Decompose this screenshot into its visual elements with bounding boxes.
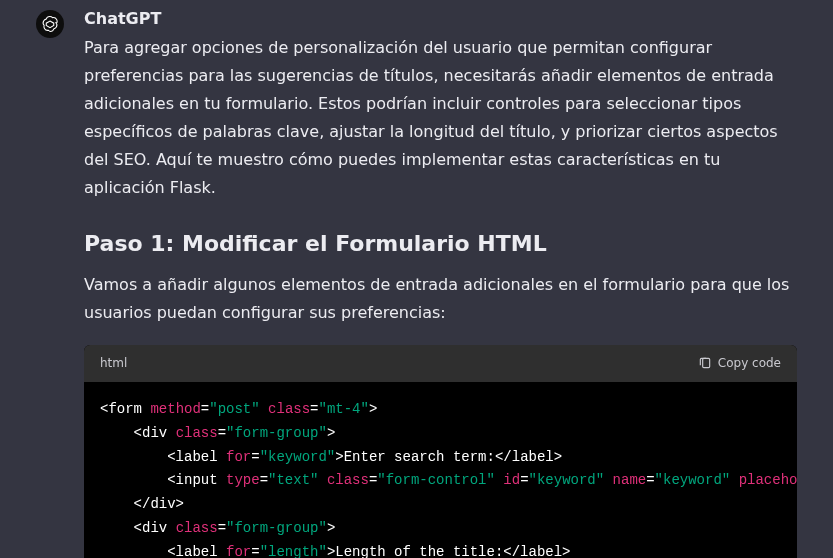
t: "post" (209, 401, 259, 417)
t: class (176, 520, 218, 536)
t: > (369, 401, 377, 417)
t: = (260, 472, 268, 488)
code-block: html Copy code <form method="post" class… (84, 345, 797, 558)
t: id (503, 472, 520, 488)
assistant-avatar (36, 10, 64, 38)
t: "form-group" (226, 520, 327, 536)
copy-code-label: Copy code (718, 353, 781, 374)
t: class (268, 401, 310, 417)
t: class (327, 472, 369, 488)
t: Enter search term: (344, 449, 495, 465)
t: name (613, 472, 647, 488)
svg-rect-0 (702, 359, 709, 368)
t: </label> (495, 449, 562, 465)
t: <form (100, 401, 150, 417)
paragraph-1: Para agregar opciones de personalización… (84, 34, 797, 202)
t: <div (134, 425, 176, 441)
t: "keyword" (529, 472, 605, 488)
openai-icon (41, 15, 59, 33)
t: = (310, 401, 318, 417)
t: > (335, 449, 343, 465)
t: > (327, 425, 335, 441)
t: Length of the title: (335, 544, 503, 558)
code-content[interactable]: <form method="post" class="mt-4"> <div c… (84, 382, 797, 558)
t: placehold (739, 472, 797, 488)
t: method (150, 401, 200, 417)
t: "form-control" (377, 472, 495, 488)
t: "keyword" (655, 472, 731, 488)
t: "mt-4" (319, 401, 369, 417)
t: <div (134, 520, 176, 536)
t: = (251, 449, 259, 465)
t: <input (167, 472, 226, 488)
t: = (251, 544, 259, 558)
message-content: ChatGPT Para agregar opciones de persona… (84, 8, 797, 558)
t: </label> (503, 544, 570, 558)
t: = (646, 472, 654, 488)
code-header: html Copy code (84, 345, 797, 382)
t: "length" (260, 544, 327, 558)
t: = (218, 520, 226, 536)
t: <label (167, 449, 226, 465)
sender-name: ChatGPT (84, 8, 797, 30)
t: for (226, 449, 251, 465)
t: "text" (268, 472, 318, 488)
t: for (226, 544, 251, 558)
clipboard-icon (698, 356, 712, 370)
step-heading: Paso 1: Modificar el Formulario HTML (84, 230, 797, 259)
copy-code-button[interactable]: Copy code (698, 353, 781, 374)
paragraph-2: Vamos a añadir algunos elementos de entr… (84, 271, 797, 327)
t: "keyword" (260, 449, 336, 465)
assistant-message: ChatGPT Para agregar opciones de persona… (0, 0, 833, 558)
t: = (520, 472, 528, 488)
t: = (201, 401, 209, 417)
t: </div> (134, 496, 184, 512)
t: = (218, 425, 226, 441)
code-lang: html (100, 353, 127, 374)
t: "form-group" (226, 425, 327, 441)
t: class (176, 425, 218, 441)
t: <label (167, 544, 226, 558)
t: type (226, 472, 260, 488)
t: > (327, 520, 335, 536)
